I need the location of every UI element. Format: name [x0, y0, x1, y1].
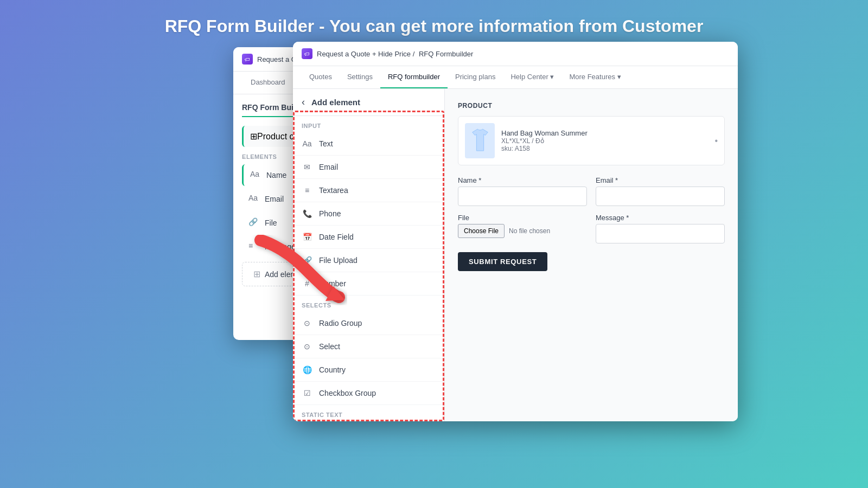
grid-icon: ⊞: [250, 131, 257, 142]
right-message-input[interactable]: [596, 224, 725, 243]
element-text[interactable]: Aa Text: [293, 132, 444, 156]
right-product-card: Hand Bag Woman Summer XL*XL*XL / Đỏ sku:…: [458, 116, 725, 165]
right-email-input[interactable]: [596, 187, 725, 206]
radio-icon: ⊙: [302, 318, 312, 329]
right-nav-tabs: Quotes Settings RFQ formbuilder Pricing …: [293, 66, 738, 89]
select-icon: ⊙: [302, 341, 312, 352]
back-button[interactable]: ‹: [302, 97, 305, 108]
country-icon: 🌐: [302, 364, 312, 375]
selects-section-label: SELECTS: [293, 296, 444, 312]
page-title: RFQ Form Builder - You can get more info…: [0, 0, 868, 47]
right-product-section: PRODUCT: [458, 102, 725, 110]
right-file-label: File: [458, 214, 587, 222]
right-tab-help[interactable]: Help Center ▾: [503, 66, 561, 88]
right-tab-pricing[interactable]: Pricing plans: [448, 66, 503, 88]
file-icon: 🔗: [248, 217, 259, 228]
element-date[interactable]: 📅 Date Field: [293, 226, 444, 249]
right-app-icon: 🏷: [302, 48, 312, 59]
right-name-email-row: Name * Email *: [458, 176, 725, 206]
app-icon: 🏷: [242, 54, 253, 65]
right-name-input[interactable]: [458, 187, 587, 206]
right-breadcrumb: Request a Quote + Hide Price / RFQ Formb…: [317, 50, 473, 58]
text-icon-email: Aa: [248, 194, 259, 204]
textarea-icon: ≡: [302, 185, 312, 196]
right-name-field: Name *: [458, 176, 587, 206]
file-upload-label: File Upload: [319, 256, 358, 265]
right-product-name: Hand Bag Woman Summer: [501, 129, 588, 137]
email-label: Email: [319, 163, 338, 171]
country-label: Country: [319, 365, 346, 374]
right-file-message-row: File Choose File No file chosen Message …: [458, 214, 725, 243]
number-label: Number: [319, 279, 346, 288]
element-number[interactable]: # Number: [293, 272, 444, 296]
tab-dashboard[interactable]: Dashboard: [242, 72, 294, 94]
right-no-file-text: No file chosen: [509, 227, 550, 235]
element-phone[interactable]: 📞 Phone: [293, 202, 444, 226]
email-icon: ✉: [302, 162, 312, 172]
number-icon: #: [302, 278, 312, 289]
element-checkbox-group[interactable]: ☑ Checkbox Group: [293, 382, 444, 405]
radio-label: Radio Group: [319, 319, 362, 328]
right-email-label: Email *: [596, 176, 725, 184]
date-icon: 📅: [302, 232, 312, 242]
right-tab-rfq[interactable]: RFQ formbuilder: [380, 66, 448, 88]
phone-icon: 📞: [302, 208, 312, 219]
right-email-field: Email *: [596, 176, 725, 206]
text-label: Text: [319, 139, 333, 148]
add-icon: ⊞: [253, 269, 260, 279]
text-icon: Aa: [250, 170, 261, 181]
right-tab-settings[interactable]: Settings: [340, 66, 380, 88]
right-product-variant: XL*XL*XL / Đỏ: [501, 137, 588, 145]
message-icon: ≡: [248, 241, 259, 252]
checkbox-icon: ☑: [302, 388, 312, 399]
right-form-area: PRODUCT Hand Bag Woman Summer XL*XL*XL /…: [445, 89, 738, 421]
right-tab-more[interactable]: More Features ▾: [561, 66, 628, 88]
element-textarea[interactable]: ≡ Textarea: [293, 179, 444, 202]
element-select[interactable]: ⊙ Select: [293, 335, 444, 358]
element-country[interactable]: 🌐 Country: [293, 358, 444, 382]
checkbox-label: Checkbox Group: [319, 389, 376, 397]
element-file-upload[interactable]: 🔗 File Upload: [293, 249, 444, 272]
select-label: Select: [319, 342, 340, 351]
product-menu-icon[interactable]: •: [714, 136, 718, 146]
right-file-field: File Choose File No file chosen: [458, 214, 587, 243]
input-section-label: INPUT: [293, 116, 444, 132]
add-element-panel: ‹ Add element INPUT Aa Text ✉ Email ≡ Te…: [293, 89, 445, 421]
right-app-bar: 🏷 Request a Quote + Hide Price / RFQ For…: [293, 42, 738, 66]
right-product-img: [465, 123, 495, 158]
right-product-sku: sku: A158: [501, 145, 588, 152]
right-tab-quotes[interactable]: Quotes: [302, 66, 340, 88]
panel-header: ‹ Add element: [293, 89, 444, 116]
right-message-label: Message *: [596, 214, 725, 222]
panel-title: Add element: [311, 98, 360, 107]
phone-label: Phone: [319, 209, 341, 218]
element-email[interactable]: ✉ Email: [293, 156, 444, 179]
right-submit-btn[interactable]: SUBMIT REQUEST: [458, 252, 547, 271]
right-choose-file-btn[interactable]: Choose File: [458, 224, 505, 238]
file-upload-icon: 🔗: [302, 255, 312, 266]
static-text-section-label: STATIC TEXT: [293, 405, 444, 421]
text-icon: Aa: [302, 138, 312, 149]
right-message-field: Message *: [596, 214, 725, 243]
right-screenshot: 🏷 Request a Quote + Hide Price / RFQ For…: [293, 42, 738, 421]
right-name-label: Name *: [458, 176, 587, 184]
element-radio-group[interactable]: ⊙ Radio Group: [293, 312, 444, 335]
date-label: Date Field: [319, 233, 354, 241]
textarea-label: Textarea: [319, 186, 348, 195]
